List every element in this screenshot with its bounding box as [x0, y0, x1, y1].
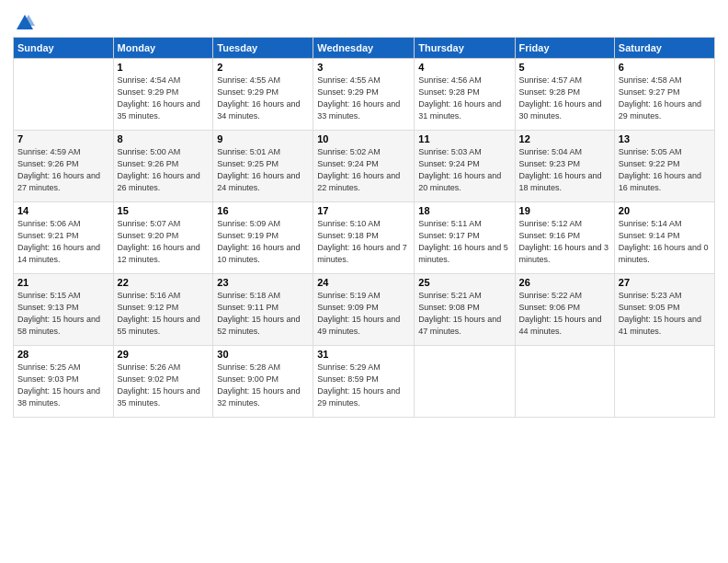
day-info: Sunrise: 5:21 AMSunset: 9:08 PMDaylight:… — [418, 291, 501, 336]
day-info: Sunrise: 5:16 AMSunset: 9:12 PMDaylight:… — [118, 291, 200, 336]
calendar-cell: 2Sunrise: 4:55 AMSunset: 9:29 PMDaylight… — [213, 59, 313, 131]
day-info: Sunrise: 5:23 AMSunset: 9:05 PMDaylight:… — [619, 291, 701, 336]
day-number: 29 — [118, 349, 210, 360]
day-number: 4 — [418, 62, 510, 73]
day-number: 7 — [17, 133, 109, 144]
calendar-cell — [14, 59, 114, 131]
day-number: 31 — [317, 349, 410, 360]
day-info: Sunrise: 5:26 AMSunset: 9:02 PMDaylight:… — [118, 362, 200, 408]
day-info: Sunrise: 4:55 AMSunset: 9:29 PMDaylight:… — [317, 75, 400, 121]
calendar-cell: 1Sunrise: 4:54 AMSunset: 9:29 PMDaylight… — [113, 59, 213, 131]
calendar-cell: 31Sunrise: 5:29 AMSunset: 8:59 PMDayligh… — [313, 346, 415, 418]
calendar-cell: 14Sunrise: 5:06 AMSunset: 9:21 PMDayligh… — [14, 202, 114, 274]
calendar-cell: 6Sunrise: 4:58 AMSunset: 9:27 PMDaylight… — [614, 59, 714, 131]
day-info: Sunrise: 5:12 AMSunset: 9:16 PMDaylight:… — [519, 219, 609, 264]
week-row-1: 1Sunrise: 4:54 AMSunset: 9:29 PMDaylight… — [14, 59, 715, 131]
calendar-cell — [614, 346, 714, 418]
day-info: Sunrise: 5:09 AMSunset: 9:19 PMDaylight:… — [217, 219, 300, 264]
day-info: Sunrise: 5:22 AMSunset: 9:06 PMDaylight:… — [519, 291, 602, 336]
day-info: Sunrise: 5:28 AMSunset: 9:00 PMDaylight:… — [217, 362, 300, 408]
calendar-cell: 29Sunrise: 5:26 AMSunset: 9:02 PMDayligh… — [113, 346, 213, 418]
day-info: Sunrise: 4:58 AMSunset: 9:27 PMDaylight:… — [619, 75, 701, 121]
calendar-cell: 8Sunrise: 5:00 AMSunset: 9:26 PMDaylight… — [113, 131, 213, 202]
day-number: 26 — [519, 277, 610, 288]
calendar-cell: 28Sunrise: 5:25 AMSunset: 9:03 PMDayligh… — [14, 346, 114, 418]
day-number: 22 — [118, 277, 210, 288]
day-info: Sunrise: 5:02 AMSunset: 9:24 PMDaylight:… — [317, 147, 400, 192]
logo — [13, 13, 35, 33]
header-day-monday: Monday — [113, 38, 213, 59]
calendar-cell: 25Sunrise: 5:21 AMSunset: 9:08 PMDayligh… — [415, 274, 515, 346]
day-info: Sunrise: 5:18 AMSunset: 9:11 PMDaylight:… — [217, 291, 300, 336]
day-info: Sunrise: 5:25 AMSunset: 9:03 PMDaylight:… — [17, 362, 100, 408]
day-number: 15 — [118, 205, 210, 216]
week-row-2: 7Sunrise: 4:59 AMSunset: 9:26 PMDaylight… — [14, 131, 715, 202]
day-number: 8 — [118, 133, 210, 144]
calendar-cell: 17Sunrise: 5:10 AMSunset: 9:18 PMDayligh… — [313, 202, 415, 274]
day-number: 25 — [418, 277, 510, 288]
header-day-saturday: Saturday — [614, 38, 714, 59]
day-info: Sunrise: 5:05 AMSunset: 9:22 PMDaylight:… — [619, 147, 701, 192]
day-info: Sunrise: 4:55 AMSunset: 9:29 PMDaylight:… — [217, 75, 300, 121]
week-row-5: 28Sunrise: 5:25 AMSunset: 9:03 PMDayligh… — [14, 346, 715, 418]
header-day-friday: Friday — [515, 38, 614, 59]
calendar-cell: 20Sunrise: 5:14 AMSunset: 9:14 PMDayligh… — [614, 202, 714, 274]
calendar-cell: 18Sunrise: 5:11 AMSunset: 9:17 PMDayligh… — [415, 202, 515, 274]
day-info: Sunrise: 5:29 AMSunset: 8:59 PMDaylight:… — [317, 362, 400, 408]
day-number: 6 — [619, 62, 711, 73]
day-number: 12 — [519, 133, 610, 144]
day-number: 20 — [619, 205, 711, 216]
day-info: Sunrise: 5:14 AMSunset: 9:14 PMDaylight:… — [619, 219, 709, 264]
day-number: 27 — [619, 277, 711, 288]
calendar-cell: 24Sunrise: 5:19 AMSunset: 9:09 PMDayligh… — [313, 274, 415, 346]
calendar-cell: 30Sunrise: 5:28 AMSunset: 9:00 PMDayligh… — [213, 346, 313, 418]
day-number: 17 — [317, 205, 410, 216]
calendar-cell: 5Sunrise: 4:57 AMSunset: 9:28 PMDaylight… — [515, 59, 614, 131]
calendar-table: SundayMondayTuesdayWednesdayThursdayFrid… — [13, 37, 715, 418]
day-number: 13 — [619, 133, 711, 144]
header-day-thursday: Thursday — [415, 38, 515, 59]
day-info: Sunrise: 4:56 AMSunset: 9:28 PMDaylight:… — [418, 75, 501, 121]
calendar-container: SundayMondayTuesdayWednesdayThursdayFrid… — [0, 0, 728, 427]
calendar-cell: 13Sunrise: 5:05 AMSunset: 9:22 PMDayligh… — [614, 131, 714, 202]
calendar-cell: 27Sunrise: 5:23 AMSunset: 9:05 PMDayligh… — [614, 274, 714, 346]
day-number: 9 — [217, 133, 309, 144]
day-number: 3 — [317, 62, 410, 73]
day-info: Sunrise: 5:11 AMSunset: 9:17 PMDaylight:… — [418, 219, 508, 264]
day-info: Sunrise: 5:19 AMSunset: 9:09 PMDaylight:… — [317, 291, 400, 336]
header-row: SundayMondayTuesdayWednesdayThursdayFrid… — [14, 38, 715, 59]
calendar-cell: 16Sunrise: 5:09 AMSunset: 9:19 PMDayligh… — [213, 202, 313, 274]
day-number: 23 — [217, 277, 309, 288]
day-info: Sunrise: 5:04 AMSunset: 9:23 PMDaylight:… — [519, 147, 602, 192]
calendar-cell — [415, 346, 515, 418]
calendar-cell: 12Sunrise: 5:04 AMSunset: 9:23 PMDayligh… — [515, 131, 614, 202]
day-number: 5 — [519, 62, 610, 73]
calendar-cell: 9Sunrise: 5:01 AMSunset: 9:25 PMDaylight… — [213, 131, 313, 202]
day-number: 18 — [418, 205, 510, 216]
calendar-cell: 21Sunrise: 5:15 AMSunset: 9:13 PMDayligh… — [14, 274, 114, 346]
header-day-sunday: Sunday — [14, 38, 114, 59]
calendar-cell: 26Sunrise: 5:22 AMSunset: 9:06 PMDayligh… — [515, 274, 614, 346]
calendar-cell: 19Sunrise: 5:12 AMSunset: 9:16 PMDayligh… — [515, 202, 614, 274]
header-day-tuesday: Tuesday — [213, 38, 313, 59]
day-info: Sunrise: 5:10 AMSunset: 9:18 PMDaylight:… — [317, 219, 407, 264]
calendar-cell: 15Sunrise: 5:07 AMSunset: 9:20 PMDayligh… — [113, 202, 213, 274]
calendar-cell: 11Sunrise: 5:03 AMSunset: 9:24 PMDayligh… — [415, 131, 515, 202]
day-number: 2 — [217, 62, 309, 73]
day-info: Sunrise: 5:07 AMSunset: 9:20 PMDaylight:… — [118, 219, 200, 264]
day-number: 14 — [17, 205, 109, 216]
week-row-4: 21Sunrise: 5:15 AMSunset: 9:13 PMDayligh… — [14, 274, 715, 346]
header-day-wednesday: Wednesday — [313, 38, 415, 59]
day-number: 24 — [317, 277, 410, 288]
day-info: Sunrise: 5:00 AMSunset: 9:26 PMDaylight:… — [118, 147, 200, 192]
day-info: Sunrise: 4:57 AMSunset: 9:28 PMDaylight:… — [519, 75, 602, 121]
day-info: Sunrise: 5:03 AMSunset: 9:24 PMDaylight:… — [418, 147, 501, 192]
calendar-cell: 3Sunrise: 4:55 AMSunset: 9:29 PMDaylight… — [313, 59, 415, 131]
day-number: 10 — [317, 133, 410, 144]
week-row-3: 14Sunrise: 5:06 AMSunset: 9:21 PMDayligh… — [14, 202, 715, 274]
day-info: Sunrise: 5:01 AMSunset: 9:25 PMDaylight:… — [217, 147, 300, 192]
day-info: Sunrise: 4:59 AMSunset: 9:26 PMDaylight:… — [17, 147, 100, 192]
calendar-cell: 7Sunrise: 4:59 AMSunset: 9:26 PMDaylight… — [14, 131, 114, 202]
calendar-cell: 10Sunrise: 5:02 AMSunset: 9:24 PMDayligh… — [313, 131, 415, 202]
day-number: 28 — [17, 349, 109, 360]
